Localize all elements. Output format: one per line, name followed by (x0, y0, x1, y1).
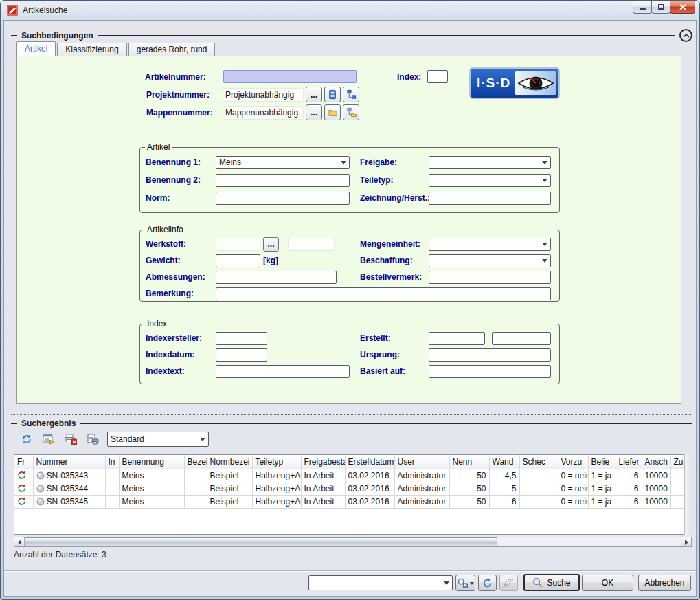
abmessungen-input[interactable] (216, 271, 337, 284)
tab-gerades-rohr-rund[interactable]: gerades Rohr, rund (128, 43, 216, 56)
project-structure-button[interactable] (343, 87, 359, 102)
folder-structure-button[interactable] (343, 104, 359, 120)
mappennummer-label: Mappennummer: (146, 108, 213, 118)
column-header-teiletyp[interactable]: Teiletyp (252, 455, 301, 469)
project-structure-icon (346, 89, 357, 100)
indextext-input[interactable] (216, 365, 350, 378)
freigabe-select[interactable] (429, 156, 551, 169)
mappennummer-value[interactable]: Mappenunabhängig (223, 106, 304, 120)
table-row[interactable]: SN-035344MeinsBeispielHalbzeug+AnIn Arbe… (14, 482, 684, 495)
maximize-button[interactable] (651, 1, 670, 14)
reload-icon (482, 578, 493, 588)
suche-button[interactable]: Suche (523, 574, 580, 591)
benennung2-input[interactable] (216, 174, 350, 187)
benennung1-select[interactable]: Meins (216, 156, 350, 169)
clear-button[interactable] (499, 575, 518, 591)
cell: 6 (616, 482, 642, 495)
result-toolbar: Standard (18, 430, 209, 448)
save-search-button[interactable] (455, 575, 475, 591)
basiert-auf-input[interactable] (429, 365, 551, 378)
bestellvermerk-input[interactable] (429, 271, 551, 284)
minimize-button[interactable] (633, 1, 652, 14)
export-result-button[interactable] (40, 431, 58, 447)
projektnummer-label: Projektnummer: (146, 90, 210, 100)
artikelnummer-input[interactable] (223, 70, 357, 83)
column-header-nenn[interactable]: Nenn (449, 455, 489, 469)
column-header-ansch[interactable]: Ansch (642, 455, 670, 469)
collapse-button[interactable] (679, 29, 692, 42)
column-header-user[interactable]: User (394, 455, 449, 469)
search-profile-select[interactable] (308, 575, 453, 590)
scrollbar-track[interactable] (25, 537, 681, 546)
teiletyp-select[interactable] (429, 174, 551, 187)
werkstoff-field-2[interactable] (288, 238, 335, 251)
folder-select-button[interactable] (324, 104, 341, 120)
artikel-tab-panel: Artikelnummer: Index: I·S·D Projektnumme… (16, 56, 681, 404)
scroll-right-button[interactable] (681, 537, 691, 546)
result-view-select[interactable]: Standard (107, 432, 209, 447)
column-header-wand[interactable]: Wand (489, 455, 519, 469)
erstellt-input-1[interactable] (429, 332, 485, 345)
scroll-left-arrow-icon (15, 540, 21, 545)
indexdatum-input[interactable] (216, 348, 267, 362)
print-report-button[interactable] (84, 431, 102, 447)
project-browse-button[interactable]: ... (306, 87, 322, 102)
column-header-belie[interactable]: Belie (588, 455, 616, 469)
gewicht-input[interactable] (216, 254, 260, 267)
cell: Meins (119, 482, 184, 495)
zeichnung-herst-input[interactable] (429, 192, 551, 205)
column-header-fr[interactable]: Fr (14, 455, 33, 469)
werkstoff-field-1[interactable] (216, 238, 260, 251)
indexdatum-label: Indexdatum: (146, 350, 216, 359)
cell: 5 (489, 482, 519, 495)
cell: 1 = ja (588, 482, 616, 495)
table-row[interactable]: SN-035343MeinsBeispielHalbzeug+AnIn Arbe… (14, 469, 684, 482)
projektnummer-value[interactable]: Projektunabhängig (223, 88, 304, 102)
beschaffung-select[interactable] (429, 254, 551, 267)
close-button[interactable] (670, 1, 695, 14)
abbrechen-button[interactable]: Abbrechen (638, 575, 691, 591)
column-header-bezeic[interactable]: Bezeic (184, 455, 207, 469)
refresh-result-button[interactable] (18, 431, 36, 447)
scrollbar-thumb[interactable] (25, 537, 497, 546)
close-icon (679, 4, 686, 10)
ok-button[interactable]: OK (582, 575, 633, 591)
ursprung-input[interactable] (429, 348, 551, 362)
erstellt-input-2[interactable] (492, 332, 551, 345)
table-row[interactable]: SN-035345MeinsBeispielHalbzeug+AnIn Arbe… (14, 495, 684, 508)
column-header-benennung[interactable]: Benennung (119, 455, 184, 469)
scroll-left-button[interactable] (14, 537, 25, 546)
chevron-down-icon (470, 582, 474, 587)
column-header-zu[interactable]: Zu (670, 455, 684, 469)
vertical-scrollbar[interactable] (684, 454, 692, 535)
column-header-liefer[interactable]: Liefer (616, 455, 642, 469)
norm-input[interactable] (216, 192, 350, 205)
tab-klassifizierung[interactable]: Klassifizierung (57, 43, 126, 56)
mengeneinheit-select[interactable] (429, 238, 551, 251)
cell: In Arbeit (301, 482, 345, 495)
index-input[interactable] (427, 70, 448, 83)
reload-button[interactable] (478, 575, 497, 591)
print-database-button[interactable] (62, 431, 80, 447)
splitter-handle[interactable] (11, 410, 692, 415)
column-header-in[interactable]: In (105, 455, 119, 469)
beschaffung-label: Beschaffung: (360, 256, 429, 265)
cell: SN-035345 (33, 495, 105, 508)
title-bar[interactable]: Artikelsuche (5, 1, 695, 20)
folder-browse-button[interactable]: ... (306, 104, 322, 120)
tab-artikel[interactable]: Artikel (16, 41, 56, 56)
column-header-nummer[interactable]: Nummer (33, 455, 105, 469)
bemerkung-input[interactable] (216, 287, 551, 300)
column-header-normbezei[interactable]: Normbezei (207, 455, 252, 469)
project-select-button[interactable] (324, 87, 341, 102)
indexersteller-input[interactable] (216, 332, 267, 345)
search-result-title: Suchergebnis (21, 419, 76, 428)
cell (670, 482, 684, 495)
column-header-freigabesta[interactable]: Freigabesta (301, 455, 345, 469)
werkstoff-browse-button[interactable]: ... (263, 237, 279, 252)
column-header-vorzu[interactable]: Vorzu (558, 455, 588, 469)
search-result-group-header: Suchergebnis (11, 418, 692, 429)
cell: SN-035344 (33, 482, 105, 495)
column-header-erstelldatum[interactable]: Erstelldatum (345, 455, 394, 469)
column-header-schec[interactable]: Schec (519, 455, 558, 469)
